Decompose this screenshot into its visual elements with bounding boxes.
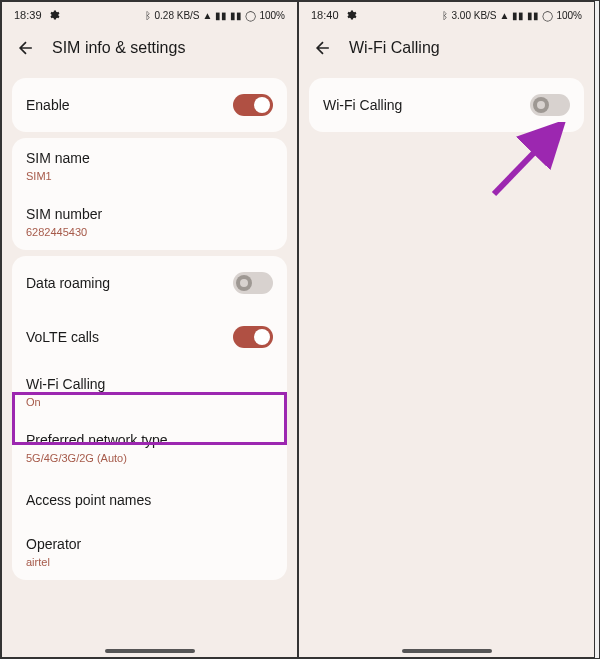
battery-icon: ◯ bbox=[542, 10, 553, 21]
sim-number-row[interactable]: SIM number 6282445430 bbox=[12, 194, 287, 250]
bluetooth-icon: ᛒ bbox=[145, 10, 151, 21]
wifi-calling-row[interactable]: Wi-Fi Calling bbox=[309, 78, 584, 132]
operator-row[interactable]: Operator airtel bbox=[12, 524, 287, 580]
data-roaming-toggle[interactable] bbox=[233, 272, 273, 294]
page-header: Wi-Fi Calling bbox=[299, 28, 594, 72]
data-rate: 0.28 KB/S bbox=[154, 10, 199, 21]
wifi-calling-state: On bbox=[26, 396, 273, 408]
status-time: 18:39 bbox=[14, 9, 42, 21]
signal-icon: ▮▮ bbox=[512, 10, 524, 21]
data-roaming-row[interactable]: Data roaming bbox=[12, 256, 287, 310]
apn-label: Access point names bbox=[26, 492, 273, 508]
sim-info-card: SIM name SIM1 SIM number 6282445430 bbox=[12, 138, 287, 250]
settings-icon bbox=[345, 9, 357, 21]
wifi-icon: ▲ bbox=[500, 10, 510, 21]
status-time: 18:40 bbox=[311, 9, 339, 21]
page-title: Wi-Fi Calling bbox=[349, 39, 440, 57]
status-left: 18:39 bbox=[14, 9, 60, 21]
nav-gesture-bar[interactable] bbox=[105, 649, 195, 653]
status-left: 18:40 bbox=[311, 9, 357, 21]
wifi-calling-row[interactable]: Wi-Fi Calling On bbox=[12, 364, 287, 420]
status-bar: 18:39 ᛒ 0.28 KB/S ▲ ▮▮ ▮▮ ◯ 100% bbox=[2, 2, 297, 28]
svg-line-0 bbox=[494, 132, 554, 194]
back-icon[interactable] bbox=[313, 38, 333, 58]
wifi-calling-card: Wi-Fi Calling bbox=[309, 78, 584, 132]
enable-label: Enable bbox=[26, 97, 70, 113]
status-right: ᛒ 0.28 KB/S ▲ ▮▮ ▮▮ ◯ 100% bbox=[145, 10, 285, 21]
wifi-calling-toggle[interactable] bbox=[530, 94, 570, 116]
signal-icon: ▮▮ bbox=[215, 10, 227, 21]
nav-gesture-bar[interactable] bbox=[402, 649, 492, 653]
signal-icon: ▮▮ bbox=[230, 10, 242, 21]
screen-wifi-calling: 18:40 ᛒ 3.00 KB/S ▲ ▮▮ ▮▮ ◯ 100% Wi-Fi C… bbox=[298, 1, 595, 658]
enable-card: Enable bbox=[12, 78, 287, 132]
battery-icon: ◯ bbox=[245, 10, 256, 21]
battery-pct: 100% bbox=[259, 10, 285, 21]
data-roaming-label: Data roaming bbox=[26, 275, 110, 291]
network-card: Data roaming VoLTE calls Wi-Fi Calling O… bbox=[12, 256, 287, 580]
volte-toggle[interactable] bbox=[233, 326, 273, 348]
back-icon[interactable] bbox=[16, 38, 36, 58]
page-header: SIM info & settings bbox=[2, 28, 297, 72]
data-rate: 3.00 KB/S bbox=[451, 10, 496, 21]
volte-row[interactable]: VoLTE calls bbox=[12, 310, 287, 364]
sim-name-row[interactable]: SIM name SIM1 bbox=[12, 138, 287, 194]
battery-pct: 100% bbox=[556, 10, 582, 21]
enable-row[interactable]: Enable bbox=[12, 78, 287, 132]
status-bar: 18:40 ᛒ 3.00 KB/S ▲ ▮▮ ▮▮ ◯ 100% bbox=[299, 2, 594, 28]
pref-network-label: Preferred network type bbox=[26, 432, 273, 448]
sim-name-value: SIM1 bbox=[26, 170, 273, 182]
status-right: ᛒ 3.00 KB/S ▲ ▮▮ ▮▮ ◯ 100% bbox=[442, 10, 582, 21]
sim-name-label: SIM name bbox=[26, 150, 273, 166]
sim-number-label: SIM number bbox=[26, 206, 273, 222]
wifi-calling-label: Wi-Fi Calling bbox=[26, 376, 273, 392]
screen-sim-settings: 18:39 ᛒ 0.28 KB/S ▲ ▮▮ ▮▮ ◯ 100% SIM inf… bbox=[1, 1, 298, 658]
wifi-calling-label: Wi-Fi Calling bbox=[323, 97, 402, 113]
wifi-icon: ▲ bbox=[203, 10, 213, 21]
volte-label: VoLTE calls bbox=[26, 329, 99, 345]
annotation-arrow bbox=[479, 122, 569, 202]
pref-network-value: 5G/4G/3G/2G (Auto) bbox=[26, 452, 273, 464]
settings-icon bbox=[48, 9, 60, 21]
sim-number-value: 6282445430 bbox=[26, 226, 273, 238]
pref-network-row[interactable]: Preferred network type 5G/4G/3G/2G (Auto… bbox=[12, 420, 287, 476]
apn-row[interactable]: Access point names bbox=[12, 476, 287, 524]
operator-label: Operator bbox=[26, 536, 273, 552]
page-title: SIM info & settings bbox=[52, 39, 185, 57]
bluetooth-icon: ᛒ bbox=[442, 10, 448, 21]
signal-icon: ▮▮ bbox=[527, 10, 539, 21]
operator-value: airtel bbox=[26, 556, 273, 568]
enable-toggle[interactable] bbox=[233, 94, 273, 116]
